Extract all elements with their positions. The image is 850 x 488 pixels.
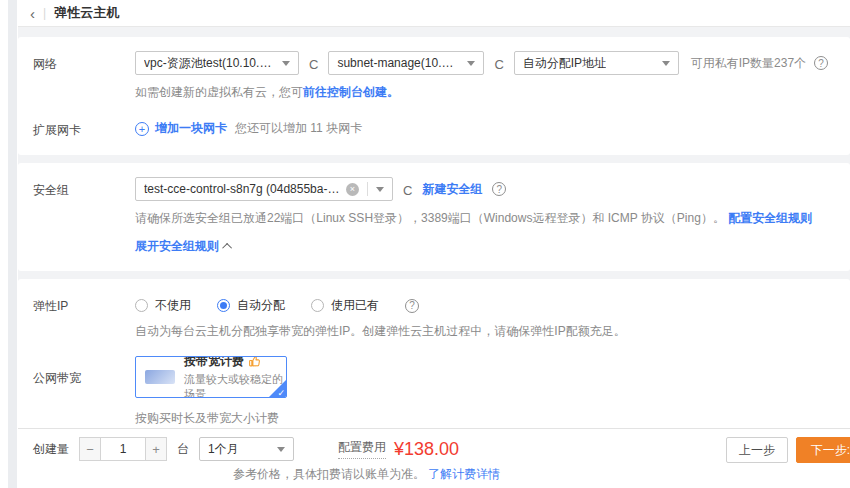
vpc-helper-prefix: 如需创建新的虚拟私有云，您可: [135, 85, 303, 99]
check-icon: ✓: [277, 388, 285, 398]
next-step-button[interactable]: 下一步: 高级配置: [796, 437, 850, 463]
vpc-select-value: vpc-资源池test(10.10.0.0/16): [144, 55, 274, 72]
chevron-up-icon[interactable]: [222, 243, 232, 253]
back-icon[interactable]: ‹: [26, 6, 39, 21]
security-group-controls: test-cce-control-s8n7g (04d855ba-3dac-4f…: [135, 177, 835, 255]
security-group-hint-text: 请确保所选安全组已放通22端口（Linux SSH登录），3389端口（Wind…: [135, 211, 725, 225]
billing-details-link[interactable]: 了解计费详情: [428, 467, 500, 481]
cost-label: 配置费用: [338, 439, 386, 459]
duration-select-value: 1个月: [208, 441, 239, 458]
page-title: 弹性云主机: [54, 4, 119, 22]
content: 网络 vpc-资源池test(10.10.0.0/16) C subnet-ma…: [18, 27, 850, 428]
vpc-helper-text: 如需创建新的虚拟私有云，您可前往控制台创建。: [135, 84, 835, 101]
eip-row: 弹性IP 不使用 自动分配: [33, 293, 835, 340]
radio-selected-icon: [217, 299, 230, 312]
subnet-select[interactable]: subnet-manage(10.10.10.0/24): [328, 51, 484, 75]
help-icon[interactable]: ?: [814, 56, 828, 70]
ecs-purchase-page: ‹ | 弹性云主机 网络 vpc-资源池test(10.10.0.0/16): [0, 0, 850, 488]
network-card: 网络 vpc-资源池test(10.10.0.0/16) C subnet-ma…: [18, 37, 850, 155]
subnet-select-value: subnet-manage(10.10.10.0/24): [337, 56, 459, 70]
collapsed-sidebar-rail: [8, 0, 17, 488]
thumbs-up-icon: [248, 356, 261, 368]
ip-assign-select-value: 自动分配IP地址: [523, 55, 606, 72]
billing-hint: 按购买时长及带宽大小计费: [135, 410, 835, 427]
duration-select[interactable]: 1个月: [199, 437, 294, 461]
quantity-value[interactable]: 1: [101, 437, 145, 461]
chevron-down-icon: [376, 187, 384, 196]
billing-card-title: 按带宽计费: [184, 356, 244, 370]
bandwidth-billing-icon: [145, 370, 175, 384]
topbar: ‹ | 弹性云主机: [18, 0, 850, 27]
chevron-down-icon: [467, 61, 475, 70]
network-controls: vpc-资源池test(10.10.0.0/16) C subnet-manag…: [135, 51, 835, 101]
billing-card-title-line: 按带宽计费: [184, 356, 286, 370]
configure-rules-link[interactable]: 配置安全组规则: [728, 211, 812, 225]
expand-rules-line: 展开安全组规则: [135, 238, 835, 255]
security-group-hint: 请确保所选安全组已放通22端口（Linux SSH登录），3389端口（Wind…: [135, 210, 835, 227]
security-group-select-value: test-cce-control-s8n7g (04d855ba-3dac-4f…: [144, 182, 340, 196]
billing-by-bandwidth-card[interactable]: 按带宽计费 流量较大或较稳定的场景 ✓: [135, 356, 287, 398]
help-icon[interactable]: ?: [492, 182, 506, 196]
footer-left-controls: 创建量 − 1 + 台 1个月 配置费用 ¥138.00: [33, 437, 459, 461]
radio-icon: [135, 299, 148, 312]
radio-label: 使用已有: [331, 297, 379, 314]
available-ip-text: 可用私有IP数量237个: [691, 55, 806, 72]
extra-nic-label: 扩展网卡: [33, 117, 135, 139]
close-icon[interactable]: ×: [346, 183, 359, 196]
radio-option-no-eip[interactable]: 不使用: [135, 297, 191, 314]
previous-step-button[interactable]: 上一步: [726, 437, 788, 463]
radio-icon: [311, 299, 324, 312]
quantity-stepper: − 1 +: [79, 437, 167, 461]
main-area: ‹ | 弹性云主机 网络 vpc-资源池test(10.10.0.0/16): [18, 0, 850, 488]
bandwidth-billing-label: 公网带宽: [33, 356, 135, 387]
extra-nic-row: 扩展网卡 + 增加一块网卡 您还可以增加 11 块网卡: [33, 117, 835, 139]
security-group-row: 安全组 test-cce-control-s8n7g (04d855ba-3da…: [33, 177, 835, 255]
footer-bar: 创建量 − 1 + 台 1个月 配置费用 ¥138.00 参考价格，具体扣费请以…: [18, 428, 850, 488]
add-nic-link[interactable]: 增加一块网卡: [155, 120, 227, 137]
network-row: 网络 vpc-资源池test(10.10.0.0/16) C subnet-ma…: [33, 51, 835, 101]
eip-label: 弹性IP: [33, 293, 135, 315]
radio-option-auto-assign[interactable]: 自动分配: [217, 297, 285, 314]
bandwidth-billing-row: 公网带宽 按带宽计费 流量较大或较稳定: [33, 356, 835, 427]
vpc-select[interactable]: vpc-资源池test(10.10.0.0/16): [135, 51, 299, 75]
cost-value: ¥138.00: [394, 439, 459, 460]
expand-rules-link[interactable]: 展开安全组规则: [135, 238, 219, 255]
security-group-card: 安全组 test-cce-control-s8n7g (04d855ba-3da…: [18, 163, 850, 271]
chevron-down-icon: [282, 61, 290, 70]
refresh-security-group-icon[interactable]: C: [403, 180, 412, 198]
radio-label: 自动分配: [237, 297, 285, 314]
network-selects-line: vpc-资源池test(10.10.0.0/16) C subnet-manag…: [135, 51, 835, 75]
ip-assign-select[interactable]: 自动分配IP地址: [514, 51, 679, 75]
eip-radio-group: 不使用 自动分配 使用已有 ?: [135, 293, 835, 314]
title-divider: |: [43, 6, 46, 20]
security-group-label: 安全组: [33, 177, 135, 199]
radio-option-use-existing[interactable]: 使用已有: [311, 297, 379, 314]
chevron-down-icon: [277, 447, 285, 456]
minus-button[interactable]: −: [79, 437, 101, 461]
network-label: 网络: [33, 51, 135, 73]
bandwidth-billing-controls: 按带宽计费 流量较大或较稳定的场景 ✓ 按购买时长及带宽大小计费: [135, 356, 835, 427]
eip-hint: 自动为每台云主机分配独享带宽的弹性IP。创建弹性云主机过程中，请确保弹性IP配额…: [135, 323, 835, 340]
plus-button[interactable]: +: [145, 437, 167, 461]
radio-label: 不使用: [155, 297, 191, 314]
quantity-label: 创建量: [33, 441, 69, 458]
extra-nic-controls: + 增加一块网卡 您还可以增加 11 块网卡: [135, 117, 835, 137]
cost-note-text: 参考价格，具体扣费请以账单为准。: [233, 467, 425, 481]
add-nic-plus-icon: +: [135, 122, 149, 136]
cost-note: 参考价格，具体扣费请以账单为准。 了解计费详情: [233, 466, 500, 483]
goto-console-link[interactable]: 前往控制台创建。: [303, 85, 399, 99]
select-divider: [367, 182, 368, 196]
help-icon[interactable]: ?: [405, 299, 419, 313]
chevron-down-icon: [662, 61, 670, 70]
quantity-unit: 台: [177, 441, 189, 458]
eip-controls: 不使用 自动分配 使用已有 ? 自动为每: [135, 293, 835, 340]
add-nic-hint: 您还可以增加 11 块网卡: [235, 120, 362, 137]
eip-card: 弹性IP 不使用 自动分配: [18, 279, 850, 428]
security-group-select[interactable]: test-cce-control-s8n7g (04d855ba-3dac-4f…: [135, 177, 393, 201]
security-group-select-line: test-cce-control-s8n7g (04d855ba-3dac-4f…: [135, 177, 835, 201]
create-security-group-link[interactable]: 新建安全组: [422, 181, 482, 198]
refresh-vpc-icon[interactable]: C: [309, 54, 318, 72]
refresh-subnet-icon[interactable]: C: [494, 54, 503, 72]
